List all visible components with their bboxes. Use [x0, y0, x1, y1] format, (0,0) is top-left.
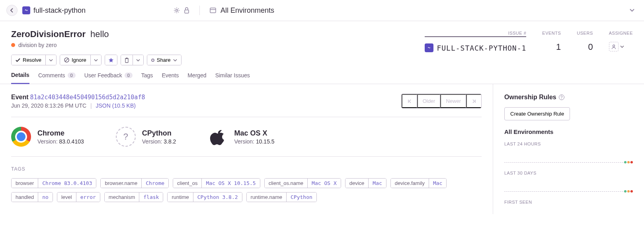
tag-value[interactable]: CPython 3.8.2 — [193, 193, 242, 202]
last-24-hours-label: LAST 24 HOURS — [504, 142, 633, 146]
bookmark-button[interactable] — [105, 55, 117, 65]
level-indicator — [11, 43, 15, 47]
event-timestamp: Jun 29, 2020 8:13:26 PM UTC — [11, 102, 86, 109]
svg-rect-3 — [210, 8, 216, 13]
users-stat-label: USERS — [577, 31, 593, 35]
tab-comments[interactable]: Comments 0 — [38, 72, 76, 84]
tab-user-feedback[interactable]: User Feedback 0 — [84, 72, 133, 84]
context-browser[interactable]: Chrome Version: 83.0.4103 — [11, 127, 84, 147]
os-name: Mac OS X — [234, 129, 274, 138]
tag-value[interactable]: Mac OS X — [308, 179, 341, 188]
issue-culprit: hello — [90, 29, 109, 39]
last-30-days-label: LAST 30 DAYS — [504, 171, 633, 175]
lock-icon[interactable] — [183, 7, 190, 14]
back-button[interactable] — [6, 5, 18, 16]
tag-value[interactable]: error — [76, 193, 100, 202]
apple-icon — [208, 127, 228, 147]
tag-pill[interactable]: browser.nameChrome — [100, 178, 169, 188]
window-icon — [209, 7, 217, 14]
tab-details[interactable]: Details — [11, 72, 29, 84]
issue-short-id[interactable]: FULL-STACK-PYTHON-1 — [437, 44, 526, 52]
svg-line-6 — [65, 59, 68, 62]
sidebar-environments-heading: All Environments — [504, 128, 633, 135]
context-os[interactable]: Mac OS X Version: 10.15.5 — [208, 127, 274, 147]
delete-button[interactable] — [121, 55, 133, 65]
chrome-icon — [11, 127, 31, 147]
arrow-left-icon — [10, 8, 14, 13]
tag-key: browser.name — [101, 179, 142, 188]
tag-key: mechanism — [105, 193, 139, 202]
event-pager: Older Newer — [401, 94, 482, 108]
tag-pill[interactable]: client_osMac OS X 10.15.5 — [173, 178, 260, 188]
project-name[interactable]: full-stack-python — [33, 6, 86, 15]
event-json-link[interactable]: JSON (10.5 KB) — [96, 102, 136, 109]
tab-merged[interactable]: Merged — [187, 72, 206, 84]
tag-pill[interactable]: client_os.nameMac OS X — [264, 178, 341, 188]
events-stat-value[interactable]: 1 — [542, 42, 561, 52]
event-id-link[interactable]: 81a2c403448e450490156d5d2a210af8 — [30, 94, 145, 101]
trash-icon — [124, 57, 129, 63]
tag-value[interactable]: CPython — [287, 193, 316, 202]
tag-pill[interactable]: levelerror — [57, 192, 100, 202]
tag-pill[interactable]: mechanismflask — [104, 192, 164, 202]
star-icon — [108, 57, 114, 63]
topbar: full-stack-python All Environments — [0, 0, 644, 21]
assignee-selector[interactable] — [609, 42, 633, 51]
gear-icon[interactable] — [173, 7, 180, 14]
tag-value[interactable]: Mac — [369, 179, 386, 188]
pager-last[interactable] — [466, 94, 481, 108]
tags-heading: TAGS — [11, 166, 482, 172]
help-icon[interactable]: ? — [559, 94, 564, 100]
runtime-name: CPython — [142, 129, 176, 138]
resolve-button[interactable]: Resolve — [12, 55, 45, 65]
issue-number-header[interactable]: ISSUE # — [425, 31, 526, 37]
environment-selector[interactable]: All Environments — [209, 6, 638, 15]
tag-key: client_os.name — [265, 179, 308, 188]
tag-value[interactable]: flask — [139, 193, 163, 202]
tag-value[interactable]: Chrome — [142, 179, 168, 188]
project-badge-icon — [425, 43, 433, 52]
assignee-stat-label: ASSIGNEE — [609, 31, 633, 35]
tag-pill[interactable]: deviceMac — [345, 178, 386, 188]
pager-newer[interactable]: Newer — [440, 94, 466, 108]
tag-pill[interactable]: runtimeCPython 3.8.2 — [167, 192, 242, 202]
tag-pill[interactable]: runtime.nameCPython — [246, 192, 317, 202]
chevron-down-icon — [49, 59, 53, 61]
tag-value[interactable]: Mac — [429, 179, 446, 188]
tag-value[interactable]: Chrome 83.0.4103 — [38, 179, 96, 188]
os-version: 10.15.5 — [256, 138, 275, 145]
pager-older[interactable]: Older — [417, 94, 441, 108]
create-ownership-rule-button[interactable]: Create Ownership Rule — [504, 107, 570, 120]
users-stat-value[interactable]: 0 — [577, 42, 593, 52]
issue-tabs: Details Comments 0 User Feedback 0 Tags … — [0, 65, 644, 84]
tab-tags[interactable]: Tags — [141, 72, 153, 84]
tag-pill[interactable]: handledno — [11, 192, 53, 202]
tags-list: browserChrome 83.0.4103browser.nameChrom… — [11, 178, 482, 202]
events-stat-label: EVENTS — [542, 31, 561, 35]
svg-point-7 — [613, 45, 615, 47]
tag-value[interactable]: Mac OS X 10.15.5 — [202, 179, 260, 188]
ignore-dropdown[interactable] — [90, 55, 101, 65]
context-runtime[interactable]: ? CPython Version: 3.8.2 — [116, 127, 176, 147]
ignore-button[interactable]: Ignore — [60, 55, 90, 65]
tab-similar[interactable]: Similar Issues — [215, 72, 250, 84]
divider — [199, 6, 200, 15]
first-icon — [407, 99, 412, 104]
ban-icon — [64, 57, 69, 63]
last-icon — [472, 99, 476, 104]
pager-first[interactable] — [402, 94, 417, 108]
ownership-heading: Ownership Rules — [504, 94, 556, 101]
resolve-dropdown[interactable] — [45, 55, 56, 65]
delete-dropdown[interactable] — [133, 55, 143, 65]
chevron-down-icon — [94, 59, 98, 61]
issue-header: ZeroDivisionError hello division by zero… — [0, 21, 644, 65]
tab-events[interactable]: Events — [162, 72, 179, 84]
svg-point-1 — [176, 10, 178, 12]
comments-count-badge: 0 — [68, 73, 76, 78]
share-button[interactable]: Share — [147, 55, 181, 65]
browser-version: 83.0.4103 — [59, 138, 84, 145]
tag-pill[interactable]: browserChrome 83.0.4103 — [11, 178, 96, 188]
tag-pill[interactable]: device.familyMac — [390, 178, 447, 188]
question-icon: ? — [116, 127, 136, 147]
tag-value[interactable]: no — [38, 193, 53, 202]
